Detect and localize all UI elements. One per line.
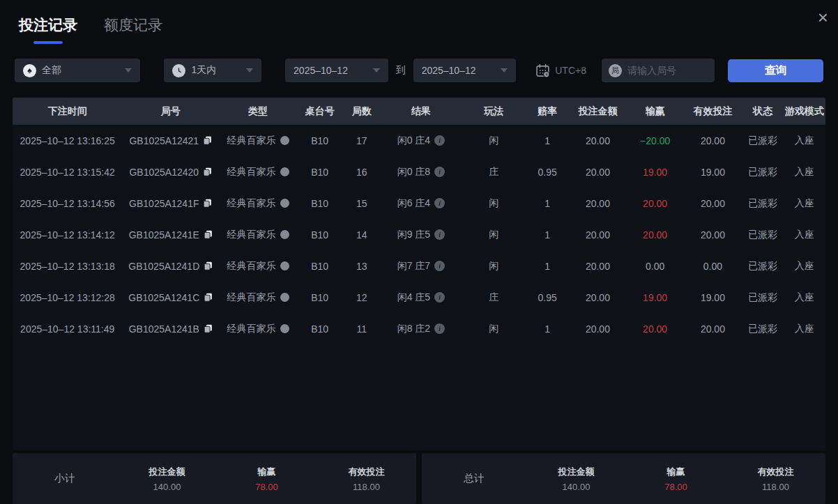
copy-icon[interactable]: [204, 324, 213, 333]
tab-bet-records-label: 投注记录: [19, 17, 77, 33]
cell-play-type: 闲: [462, 188, 526, 219]
cell-round-id: GB1025A1241B: [122, 313, 219, 344]
cell-play-type: 闲: [462, 250, 526, 282]
cell-status: 已派彩: [742, 188, 783, 219]
game-type-text: 经典百家乐: [227, 291, 276, 304]
info-icon[interactable]: i: [434, 292, 445, 303]
info-icon[interactable]: i: [434, 135, 445, 146]
cell-round-id: GB1025A1241C: [122, 282, 219, 313]
info-icon[interactable]: i: [434, 261, 445, 271]
column-header: 玩法: [462, 98, 526, 125]
cell-round-count: 13: [342, 250, 381, 282]
cell-result: 闲7 庄7 i: [381, 250, 461, 282]
time-range-value: 1天内: [191, 64, 216, 77]
cell-table-no: B10: [297, 188, 342, 219]
result-text: 闲7 庄7: [397, 260, 430, 273]
cell-round-id: GB1025A1241E: [122, 219, 219, 250]
copy-icon[interactable]: [204, 293, 213, 302]
cell-win-loss: −20.00: [627, 125, 683, 156]
timezone-label: UTC+8: [555, 65, 586, 76]
copy-icon[interactable]: [204, 261, 213, 270]
cell-table-no: B10: [297, 125, 342, 156]
date-to-value: 2025–10–12: [422, 65, 476, 76]
column-header: 游戏模式: [783, 98, 825, 125]
cell-game-mode: 入座: [783, 188, 825, 219]
tab-bet-records[interactable]: 投注记录: [19, 15, 77, 44]
result-text: 闲9 庄5: [397, 229, 430, 241]
info-icon[interactable]: i: [434, 229, 445, 240]
cell-win-loss: 0.00: [627, 250, 683, 282]
round-number-icon: 局: [609, 64, 622, 77]
subtotal-valid: 有效投注 118.00: [317, 466, 416, 492]
cell-bet-time: 2025–10–12 13:14:12: [13, 219, 122, 250]
close-icon[interactable]: ×: [818, 8, 828, 26]
cell-valid-bet: 20.00: [683, 219, 742, 250]
cell-odds: 0.95: [526, 156, 569, 188]
copy-icon[interactable]: [203, 199, 212, 208]
cell-play-type: 庄: [462, 282, 526, 313]
column-header: 有效投注: [683, 98, 742, 125]
cell-odds: 0.95: [526, 282, 569, 313]
total-bet: 投注金额 140.00: [526, 466, 626, 492]
cell-round-id: GB1025A1241F: [122, 188, 219, 219]
column-header: 状态: [742, 98, 783, 125]
info-icon[interactable]: i: [434, 323, 445, 334]
table-row: 2025–10–12 13:14:12 GB1025A1241E 经典百家乐 B…: [13, 219, 825, 250]
copy-icon[interactable]: [203, 167, 212, 176]
result-text: 闲0 庄8: [397, 166, 430, 178]
table-row: 2025–10–12 13:15:42 GB1025A12420 经典百家乐 B…: [13, 156, 825, 188]
cell-result: 闲8 庄2 i: [381, 313, 461, 344]
summary-bar: 小计 投注金额 140.00 输赢 78.00 有效投注 118.00 总计 投…: [13, 453, 825, 504]
tab-quota-records[interactable]: 额度记录: [104, 15, 162, 44]
cell-game-mode: 入座: [783, 250, 825, 282]
round-search-field[interactable]: 局: [602, 59, 715, 82]
chevron-down-icon: [125, 68, 132, 72]
round-id-text: GB1025A1241F: [129, 198, 199, 209]
subtotal-bet: 投注金额 140.00: [117, 466, 217, 492]
date-from-dropdown[interactable]: 2025–10–12: [285, 59, 388, 82]
game-type-text: 经典百家乐: [227, 197, 276, 210]
cell-odds: 1: [526, 219, 569, 250]
tab-quota-records-label: 额度记录: [104, 17, 162, 33]
cell-game-type: 经典百家乐: [219, 250, 297, 282]
game-type-dropdown[interactable]: ♠ 全部: [15, 59, 140, 82]
game-type-text: 经典百家乐: [227, 260, 276, 273]
cell-game-type: 经典百家乐: [219, 219, 297, 250]
cell-bet-time: 2025–10–12 13:14:56: [13, 188, 122, 219]
cell-play-type: 庄: [462, 156, 526, 188]
info-icon[interactable]: i: [434, 167, 445, 177]
cell-table-no: B10: [297, 282, 342, 313]
info-icon[interactable]: i: [434, 198, 445, 208]
cell-game-mode: 入座: [783, 156, 825, 188]
time-range-dropdown[interactable]: 1天内: [164, 59, 261, 82]
cell-result: 闲4 庄5 i: [381, 282, 461, 313]
cell-game-mode: 入座: [783, 282, 825, 313]
cell-table-no: B10: [297, 250, 342, 282]
table-row: 2025–10–12 13:13:18 GB1025A1241D 经典百家乐 B…: [13, 250, 825, 282]
cell-bet-amount: 20.00: [568, 156, 627, 188]
cell-bet-amount: 20.00: [568, 313, 627, 344]
clock-icon: [172, 64, 185, 77]
round-id-text: GB1025A1241E: [129, 229, 199, 240]
timezone-group[interactable]: UTC+8: [535, 63, 586, 78]
game-type-text: 经典百家乐: [227, 229, 276, 241]
query-button[interactable]: 查询: [728, 59, 823, 82]
cell-result: 闲0 庄4 i: [381, 125, 461, 156]
cell-valid-bet: 20.00: [683, 188, 742, 219]
cell-bet-time: 2025–10–12 13:11:49: [13, 313, 122, 344]
copy-icon[interactable]: [203, 136, 212, 145]
game-type-icon: [280, 293, 289, 302]
cell-valid-bet: 19.00: [683, 282, 742, 313]
game-type-icon: [280, 230, 289, 239]
copy-icon[interactable]: [204, 230, 213, 239]
cell-valid-bet: 19.00: [683, 156, 742, 188]
spade-icon: ♠: [23, 64, 36, 77]
result-text: 闲4 庄5: [397, 291, 430, 304]
date-to-dropdown[interactable]: 2025–10–12: [413, 59, 517, 82]
cell-bet-time: 2025–10–12 13:16:25: [13, 125, 122, 156]
result-text: 闲8 庄2: [397, 323, 430, 335]
game-type-icon: [280, 324, 289, 333]
round-search-input[interactable]: [627, 65, 708, 76]
cell-bet-amount: 20.00: [568, 282, 627, 313]
chevron-down-icon: [373, 68, 380, 72]
